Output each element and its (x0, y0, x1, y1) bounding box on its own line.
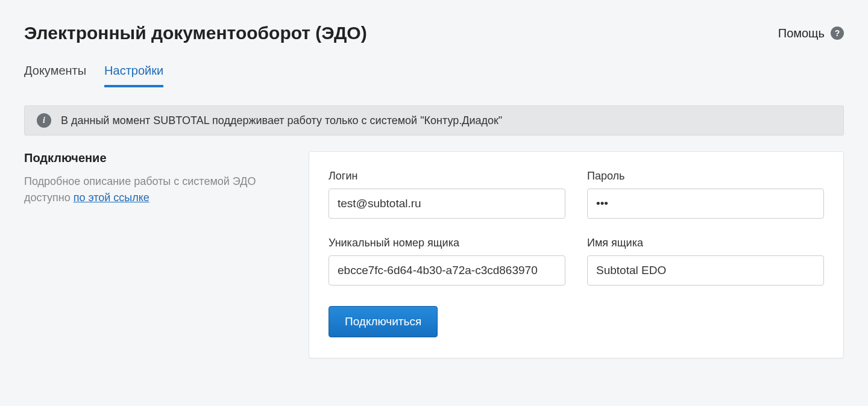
tab-settings[interactable]: Настройки (104, 64, 163, 87)
box-name-label: Имя ящика (587, 237, 824, 249)
login-input[interactable] (329, 189, 565, 219)
connection-form: Логин Пароль Уникальный номер ящика Имя … (309, 151, 844, 358)
section-title: Подключение (24, 151, 289, 165)
section-description: Подробное описание работы с системой ЭДО… (24, 173, 289, 206)
page-title: Электронный документооборот (ЭДО) (24, 23, 367, 43)
box-id-input[interactable] (329, 255, 565, 286)
help-icon: ? (831, 27, 844, 40)
description-link[interactable]: по этой ссылке (74, 192, 149, 204)
tab-documents[interactable]: Документы (24, 64, 86, 87)
password-label: Пароль (587, 170, 824, 183)
tabs: Документы Настройки (24, 64, 844, 87)
box-name-input[interactable] (587, 255, 824, 286)
login-label: Логин (329, 170, 565, 183)
box-id-label: Уникальный номер ящика (329, 237, 565, 249)
help-link[interactable]: Помощь ? (778, 27, 844, 40)
info-banner-text: В данный момент SUBTOTAL поддерживает ра… (61, 114, 502, 127)
info-banner: i В данный момент SUBTOTAL поддерживает … (24, 105, 844, 136)
password-input[interactable] (587, 189, 824, 219)
connect-button[interactable]: Подключиться (329, 306, 438, 337)
help-label: Помощь (778, 27, 825, 40)
info-icon: i (37, 113, 51, 128)
